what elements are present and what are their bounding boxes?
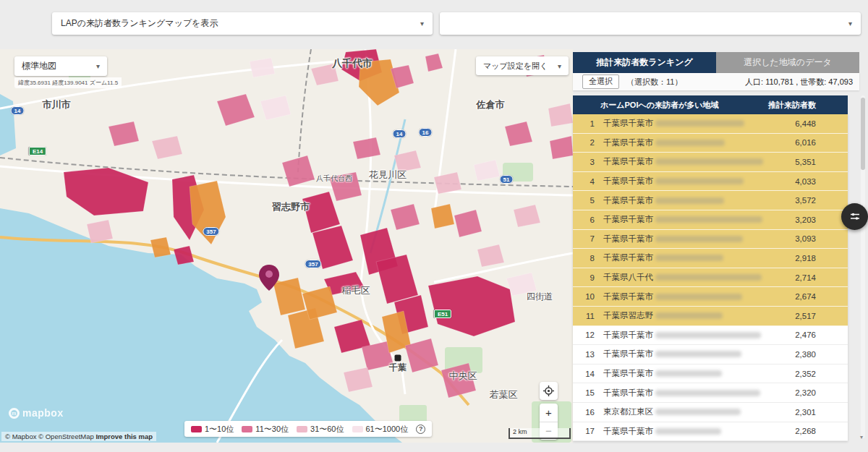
table-row[interactable]: 14千葉県千葉市2,352 <box>573 364 848 384</box>
table-row[interactable]: 1千葉県千葉市6,448 <box>573 114 848 134</box>
region-polygon[interactable] <box>152 136 182 159</box>
row-region-text: 千葉県千葉市 <box>603 118 653 129</box>
help-icon[interactable]: ? <box>416 425 425 434</box>
region-polygon[interactable] <box>477 244 504 267</box>
map-canvas[interactable]: 市川市八千代市佐倉市花見川区習志野市稲毛区中央区若葉区四街道八千代台西千葉357… <box>0 49 573 443</box>
population-stats: 人口: 110,781 , 世帯数: 47,093 <box>745 77 853 88</box>
attribution-text: © Mapbox © OpenStreetMap <box>5 432 94 440</box>
region-polygon[interactable] <box>474 160 500 181</box>
row-rank: 16 <box>573 408 595 417</box>
map-scalebar: 2 km <box>509 428 571 439</box>
region-polygon[interactable] <box>434 172 461 194</box>
secondary-select[interactable]: ▾ <box>440 12 861 35</box>
row-region: 千葉県八千代 <box>603 272 762 283</box>
row-region-text: 千葉県千葉市 <box>603 234 653 244</box>
table-row[interactable]: 2千葉県千葉市6,016 <box>573 134 848 153</box>
map-style-select[interactable]: 標準地図 ▾ <box>14 56 107 76</box>
row-value: 2,320 <box>795 388 848 397</box>
map-marker-pin[interactable] <box>259 265 279 291</box>
zoom-in-button[interactable]: + <box>540 404 558 422</box>
table-row[interactable]: 6千葉県千葉市3,203 <box>573 210 848 230</box>
region-polygon[interactable] <box>550 136 573 159</box>
panel-subheader: 全選択 （選択数：11） 人口: 110,781 , 世帯数: 47,093 <box>573 73 859 90</box>
scroll-down-icon[interactable]: ▾ <box>860 434 863 440</box>
region-polygon[interactable] <box>425 54 443 72</box>
region-polygon[interactable] <box>250 58 275 77</box>
road-shield: 14 <box>11 106 25 115</box>
table-row[interactable]: 9千葉県八千代2,714 <box>573 268 848 288</box>
table-row[interactable]: 7千葉県千葉市3,093 <box>573 230 848 250</box>
scrollbar-thumb[interactable] <box>861 98 865 170</box>
row-region-redacted <box>655 274 762 281</box>
row-value: 2,380 <box>795 350 848 359</box>
row-region-text: 千葉県千葉市 <box>603 156 653 167</box>
map-settings-button[interactable]: マップ設定を開く ▾ <box>476 56 569 75</box>
row-rank: 6 <box>573 216 595 224</box>
row-region-text: 千葉県千葉市 <box>603 137 653 148</box>
row-region-text: 千葉県千葉市 <box>603 368 653 379</box>
region-polygon[interactable] <box>514 205 540 227</box>
table-row[interactable]: 10千葉県千葉市2,674 <box>573 287 848 307</box>
table-header-region: ホームPOIへの来訪者が多い地域 <box>600 100 719 111</box>
table-row[interactable]: 12千葉県千葉市2,476 <box>573 326 848 346</box>
improve-map-link[interactable]: Improve this map <box>95 432 153 440</box>
region-polygon[interactable] <box>87 220 113 243</box>
row-value: 2,352 <box>795 370 848 378</box>
map-mode-select[interactable]: LAPの来訪者数ランキングマップを表示 ▾ <box>52 12 433 35</box>
table-row[interactable]: 15千葉県千葉市2,320 <box>573 383 848 403</box>
row-value: 2,476 <box>795 331 848 339</box>
geolocate-button[interactable] <box>540 382 558 400</box>
table-row[interactable]: 3千葉県千葉市5,351 <box>573 153 848 172</box>
region-polygon[interactable] <box>454 210 482 237</box>
region-polygon[interactable] <box>505 121 532 146</box>
table-row[interactable]: 5千葉県千葉市3,572 <box>573 191 848 210</box>
filter-fab-button[interactable] <box>841 203 868 230</box>
row-rank: 3 <box>573 158 595 166</box>
road-shield: E51 <box>434 310 451 318</box>
region-polygon[interactable] <box>548 103 573 127</box>
region-polygon[interactable] <box>344 367 373 392</box>
row-region: 東京都江東区 <box>603 406 741 417</box>
mapbox-logo-text: mapbox <box>22 407 64 419</box>
region-polygon[interactable] <box>260 95 291 120</box>
row-region-redacted <box>655 140 725 146</box>
row-rank: 15 <box>573 388 595 397</box>
region-polygon[interactable] <box>431 204 454 229</box>
tab-selected-area-data[interactable]: 選択した地域のデータ <box>716 52 859 73</box>
legend-label: 31〜60位 <box>310 424 344 435</box>
region-polygon[interactable] <box>109 121 139 146</box>
geolocate-icon <box>543 385 554 396</box>
panel-scrollbar[interactable] <box>861 95 865 438</box>
row-region: 千葉県千葉市 <box>603 349 741 359</box>
row-rank: 12 <box>573 331 595 339</box>
map-place-label: 八千代市 <box>332 57 373 70</box>
region-polygon[interactable] <box>391 204 420 230</box>
table-row[interactable]: 4千葉県千葉市4,033 <box>573 172 848 192</box>
row-rank: 5 <box>573 196 595 205</box>
table-row[interactable]: 16東京都江東区2,301 <box>573 403 848 422</box>
region-polygon[interactable] <box>428 276 515 336</box>
row-rank: 1 <box>573 119 595 128</box>
map-place-label: 市川市 <box>43 98 71 111</box>
table-row[interactable]: 13千葉県千葉市2,380 <box>573 345 848 364</box>
region-polygon[interactable] <box>376 255 418 304</box>
select-all-button[interactable]: 全選択 <box>582 74 619 89</box>
row-region: 千葉県千葉市 <box>603 176 744 187</box>
region-polygon[interactable] <box>282 155 315 187</box>
region-polygon[interactable] <box>64 168 148 216</box>
selection-count: （選択数：11） <box>626 77 682 88</box>
row-region-redacted <box>655 294 742 300</box>
region-polygon[interactable] <box>353 137 380 159</box>
map-style-value: 標準地図 <box>22 60 56 72</box>
region-polygon[interactable] <box>217 94 255 126</box>
mapbox-logo[interactable]: m mapbox <box>9 407 64 419</box>
road-shield: 357 <box>305 260 321 268</box>
map-place-label: 中央区 <box>449 370 477 383</box>
row-value: 3,572 <box>795 196 848 205</box>
row-rank: 9 <box>573 273 595 282</box>
table-row[interactable]: 11千葉県習志野2,517 <box>573 307 848 326</box>
table-row[interactable]: 8千葉県千葉市2,918 <box>573 249 848 268</box>
table-row[interactable]: 17千葉県千葉市2,268 <box>573 422 848 442</box>
tab-visitor-ranking[interactable]: 推計来訪者数ランキング <box>573 52 716 73</box>
row-value: 2,268 <box>795 427 848 435</box>
